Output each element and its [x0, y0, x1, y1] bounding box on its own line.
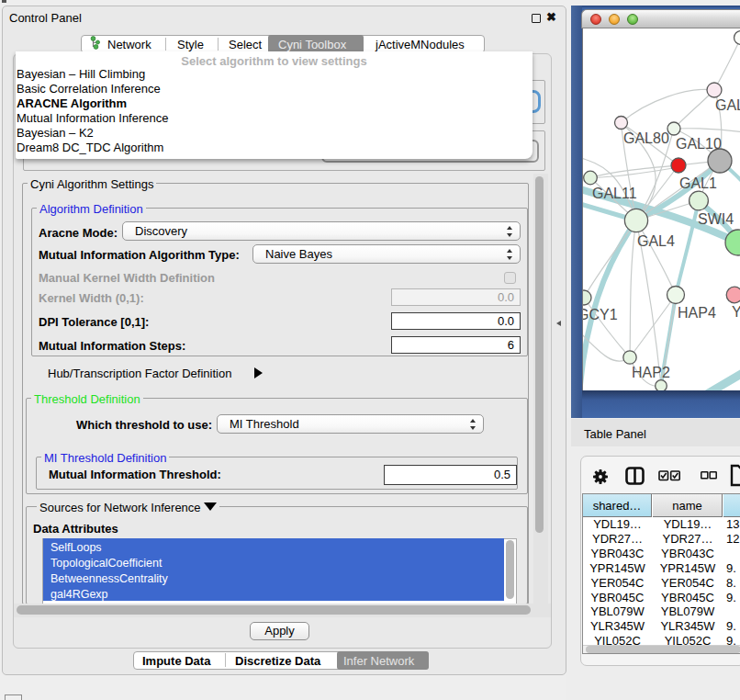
svg-text:GAL4: GAL4: [637, 233, 675, 249]
svg-text:GAL10: GAL10: [676, 136, 722, 152]
svg-text:YJ: YJ: [732, 304, 740, 320]
svg-text:SWI4: SWI4: [698, 211, 734, 227]
svg-text:HAP4: HAP4: [678, 305, 716, 321]
svg-text:GAL7: GAL7: [715, 97, 740, 113]
svg-text:GAL80: GAL80: [623, 130, 669, 146]
svg-text:GAL1: GAL1: [679, 175, 717, 191]
svg-text:GAL11: GAL11: [592, 186, 637, 201]
svg-text:GCY1: GCY1: [583, 307, 618, 322]
svg-text:HAP2: HAP2: [632, 365, 670, 380]
